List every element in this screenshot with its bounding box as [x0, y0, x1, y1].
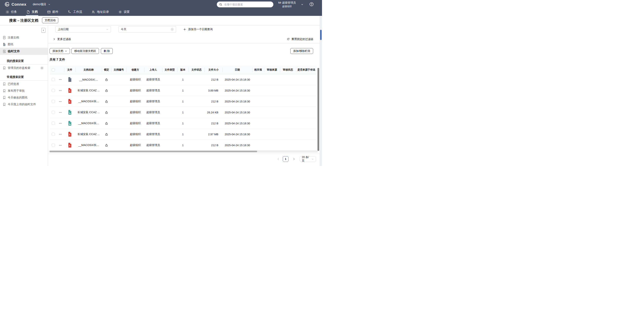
reset-filters-button[interactable]: 重置固定的过滤器	[287, 37, 313, 41]
row-checkbox[interactable]	[52, 89, 55, 92]
search-input[interactable]	[224, 3, 271, 6]
column-header[interactable]: 版本	[177, 66, 188, 74]
table-row[interactable]: __MACOSX/长... 超级组织 超级管理员 1 212 B 2025-04…	[50, 140, 317, 151]
table-row[interactable]: 长城安装 CCAZ ... 超级组织 超级管理员 1 2.97 MB 2025-…	[50, 129, 317, 140]
row-menu-icon[interactable]	[59, 133, 62, 136]
table-row[interactable]: 长城安装 CCAZ ... 超级组织 超级管理员 1 3.89 MB 2025-…	[50, 85, 317, 96]
sidebar-collapse-button[interactable]	[42, 28, 46, 33]
sidebar-item-drawings-modified-today[interactable]: 今天修改的图纸	[0, 94, 48, 101]
page-scrollbar-thumb[interactable]	[320, 30, 322, 40]
column-header[interactable]: 文件类型	[162, 66, 177, 74]
nav-item-tasks[interactable]: 任务	[5, 9, 18, 16]
nav-item-mail[interactable]: 邮件	[46, 9, 59, 16]
add-remove-columns-button[interactable]: 添加/移除栏目	[290, 48, 313, 54]
divider	[48, 154, 320, 154]
column-header[interactable]: 上传人	[144, 66, 162, 74]
pagination-next-icon[interactable]	[292, 158, 296, 161]
document-name: __MACOSX/长...	[76, 140, 102, 151]
row-checkbox[interactable]	[52, 78, 55, 81]
row-menu-icon[interactable]	[59, 111, 62, 114]
column-header[interactable]: 文档名称	[76, 66, 102, 74]
table-row[interactable]: __MACOSX/长... 超级组织 超级管理员 1 212 B 2025-04…	[50, 96, 317, 107]
column-header[interactable]: 文件	[64, 66, 76, 74]
sidebar-section-header: 我的搜索设置	[0, 58, 48, 64]
gear-icon[interactable]	[40, 66, 44, 70]
row-menu-icon[interactable]	[59, 144, 62, 147]
lock-status-icon	[102, 140, 111, 151]
row-checkbox[interactable]	[52, 144, 55, 147]
column-header[interactable]: 相关项	[252, 66, 264, 74]
result-count: 共有 7 文件	[50, 58, 65, 62]
sidebar-item-drawings[interactable]: 图纸	[0, 41, 48, 48]
file-status	[188, 85, 204, 96]
file-size: 212 B	[204, 140, 222, 151]
sidebar-item-approved[interactable]: 已经批准	[0, 81, 48, 87]
pagination-current-page[interactable]: 1	[283, 156, 288, 162]
column-header[interactable]: 文档编号	[111, 66, 126, 74]
version: 1	[177, 107, 188, 118]
more-filters-toggle[interactable]: 更多过滤器	[53, 37, 71, 41]
select-all-checkbox[interactable]	[52, 68, 55, 72]
file-size: 3.89 MB	[204, 85, 222, 96]
column-header[interactable]: 审核来源	[264, 66, 280, 74]
mail-icon	[47, 10, 51, 14]
reset-filters-label: 重置固定的过滤器	[292, 37, 313, 41]
creator: 超级组织	[126, 140, 144, 151]
column-header[interactable]: 文件大小	[204, 66, 222, 74]
lock-status-icon	[102, 96, 111, 107]
table-row[interactable]: __MACOSX/.... 超级组织 超级管理员 1 212 B 2025-04…	[50, 74, 317, 85]
project-name: demo项目	[33, 3, 46, 7]
table-vertical-scrollbar-thumb[interactable]	[318, 68, 319, 151]
column-header[interactable]: 审核状态	[280, 66, 296, 74]
add-document-button[interactable]: 添加文档	[50, 48, 70, 54]
from-transfer	[296, 85, 317, 96]
sidebar-item-temp-files[interactable]: 临时文件	[0, 48, 48, 55]
from-transfer	[296, 140, 317, 151]
pagination-prev-icon[interactable]	[277, 158, 280, 161]
delete-button[interactable]: 删 除	[101, 48, 113, 54]
column-header[interactable]: 日期	[222, 66, 252, 74]
nav-item-contacts[interactable]: 地址目录	[91, 9, 110, 16]
sidebar-item-published-for-review[interactable]: 发布用于审批	[0, 87, 48, 94]
date-field-select[interactable]: 上传日期	[56, 26, 111, 33]
clear-icon[interactable]	[170, 28, 174, 31]
table-row[interactable]: __MACOSX/长... 超级组织 超级管理员 1 212 B 2025-04…	[50, 118, 317, 129]
table-row[interactable]: 长城安装 CCAZ ... 超级组织 超级管理员 1 26.24 KB 2025…	[50, 107, 317, 118]
row-checkbox[interactable]	[52, 122, 55, 125]
nav-item-workflow[interactable]: 工作流	[67, 9, 83, 16]
date-value-input[interactable]: 今天	[118, 26, 176, 33]
user-menu[interactable]: Mr 超级管理员 超级组织	[274, 1, 300, 8]
file-type-icon	[64, 107, 76, 118]
table-header-row: 文件文档名称锁定文档编号创建方上传人文件类型版本文件状态文件大小日期相关项审核来…	[50, 66, 317, 74]
review-source	[264, 129, 280, 140]
nav-item-docs[interactable]: 文档	[26, 9, 38, 16]
row-menu-icon[interactable]	[59, 89, 62, 92]
doc-activity-button[interactable]: 文档活动	[42, 17, 58, 23]
row-checkbox[interactable]	[52, 133, 55, 136]
sidebar-item-registered-docs[interactable]: 注册文档	[0, 34, 48, 41]
row-menu-icon[interactable]	[59, 100, 62, 103]
date-value: 今天	[121, 28, 126, 31]
row-checkbox[interactable]	[52, 100, 55, 103]
column-header[interactable]: 创建方	[126, 66, 144, 74]
column-header[interactable]: 锁定	[102, 66, 111, 74]
sidebar-item-my-temp-files-today[interactable]: 今天我上传的临时文件	[0, 101, 48, 108]
row-checkbox[interactable]	[52, 111, 55, 114]
nav-item-settings[interactable]: 设置	[118, 9, 130, 16]
add-date-query-button[interactable]: 添加另一个日期查询	[183, 26, 213, 33]
project-switcher[interactable]: demo项目	[33, 3, 50, 7]
docs-icon	[26, 10, 30, 14]
column-header[interactable]: 是否来源于传送	[296, 66, 317, 74]
user-chevron-down-icon[interactable]	[301, 3, 304, 6]
column-header[interactable]: 文件状态	[188, 66, 204, 74]
row-menu-icon[interactable]	[59, 122, 62, 125]
page-size-select[interactable]: 20 条/页	[300, 156, 316, 162]
help-icon[interactable]	[309, 2, 314, 7]
row-menu-icon[interactable]	[59, 78, 62, 81]
move-to-registered-button[interactable]: 移动至注册文档区	[72, 48, 99, 54]
horizontal-scrollbar-thumb[interactable]	[50, 151, 257, 152]
sidebar-item-admin-saved-search[interactable]: 管理员的存盘检索	[0, 65, 48, 71]
documents-table: 文件文档名称锁定文档编号创建方上传人文件类型版本文件状态文件大小日期相关项审核来…	[50, 66, 317, 151]
global-search[interactable]	[217, 2, 273, 7]
horizontal-scrollbar[interactable]	[49, 150, 318, 153]
